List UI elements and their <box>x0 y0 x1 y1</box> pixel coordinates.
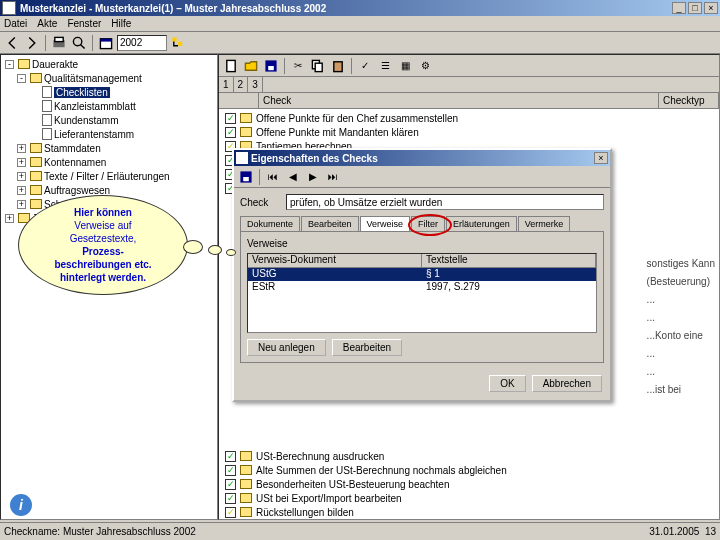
check-icon[interactable]: ✓ <box>356 57 374 75</box>
doc-icon <box>42 86 52 98</box>
check-row[interactable]: ✓USt bei Export/Import bearbeiten <box>219 491 719 505</box>
maximize-button[interactable]: □ <box>688 2 702 14</box>
new-icon[interactable] <box>222 57 240 75</box>
tree-item[interactable]: Kanzleistammblatt <box>3 99 215 113</box>
tree-label: Qualitätsmanagement <box>44 73 142 84</box>
tab-dokumente[interactable]: Dokumente <box>240 216 300 231</box>
expand-icon[interactable]: + <box>17 186 26 195</box>
ref-doc: UStG <box>248 268 422 281</box>
tree-item[interactable]: +Stammdaten <box>3 141 215 155</box>
tab-2[interactable]: 2 <box>234 77 249 92</box>
svg-rect-5 <box>172 37 176 41</box>
prev-icon[interactable]: ◀ <box>284 168 302 186</box>
dialog-icon <box>236 152 248 164</box>
grid-icon[interactable]: ▦ <box>396 57 414 75</box>
ok-button[interactable]: OK <box>489 375 525 392</box>
reference-row[interactable]: EStR1997, S.279 <box>248 281 596 294</box>
print-icon[interactable] <box>50 34 68 52</box>
col-type[interactable]: Checktyp <box>659 93 719 108</box>
reference-table[interactable]: Verweis-Dokument Textstelle UStG§ 1EStR1… <box>247 253 597 333</box>
check-label: USt bei Export/Import bearbeiten <box>256 493 402 504</box>
close-button[interactable]: × <box>704 2 718 14</box>
cut-icon[interactable]: ✂ <box>289 57 307 75</box>
new-reference-button[interactable]: Neu anlegen <box>247 339 326 356</box>
preview-icon[interactable] <box>70 34 88 52</box>
expand-icon[interactable]: - <box>17 74 26 83</box>
tab-verweise[interactable]: Verweise <box>360 216 411 231</box>
svg-rect-14 <box>243 177 249 181</box>
checkbox-icon[interactable]: ✓ <box>225 113 236 124</box>
callout-l5: beschreibungen etc. <box>54 259 151 270</box>
back-icon[interactable] <box>3 34 21 52</box>
menu-datei[interactable]: Datei <box>4 18 27 29</box>
dialog-close-button[interactable]: × <box>594 152 608 164</box>
expand-icon[interactable]: - <box>5 60 14 69</box>
check-row[interactable]: ✓Steuerrückstellungen bilden <box>219 519 719 520</box>
next-icon[interactable]: ▶ <box>304 168 322 186</box>
check-row[interactable]: ✓Besonderheiten USt-Besteuerung beachten <box>219 477 719 491</box>
menu-akte[interactable]: Akte <box>37 18 57 29</box>
tree-item[interactable]: -Dauerakte <box>3 57 215 71</box>
check-input[interactable] <box>286 194 604 210</box>
tree-item[interactable]: +Texte / Filter / Erläuterungen <box>3 169 215 183</box>
check-label: USt-Berechnung ausdrucken <box>256 451 384 462</box>
partial-line: ... <box>647 345 715 363</box>
folder-icon <box>240 479 252 489</box>
tree-item[interactable]: Kundenstamm <box>3 113 215 127</box>
cancel-button[interactable]: Abbrechen <box>532 375 602 392</box>
expand-icon[interactable]: + <box>17 172 26 181</box>
paste-icon[interactable] <box>329 57 347 75</box>
partial-line: ...ist bei <box>647 381 715 399</box>
checkbox-icon[interactable]: ✓ <box>225 127 236 138</box>
tab-3[interactable]: 3 <box>248 77 263 92</box>
tree-item[interactable]: Checklisten <box>3 85 215 99</box>
check-row[interactable]: ✓Offene Punkte für den Chef zusammenstel… <box>219 111 719 125</box>
ref-head-a[interactable]: Verweis-Dokument <box>248 254 422 267</box>
config-icon[interactable]: ⚙ <box>416 57 434 75</box>
info-icon[interactable]: i <box>10 494 32 516</box>
check-row[interactable]: ✓Offene Punkte mit Mandanten klären <box>219 125 719 139</box>
folder-icon <box>30 171 42 181</box>
tab-1[interactable]: 1 <box>219 77 234 92</box>
col-check[interactable]: Check <box>259 93 659 108</box>
check-row[interactable]: ✓Rückstellungen bilden <box>219 505 719 519</box>
tab-filter[interactable]: Filter <box>411 216 445 231</box>
year-input[interactable]: 2002 <box>117 35 167 51</box>
dialog-save-icon[interactable] <box>237 168 255 186</box>
ref-doc: EStR <box>248 281 422 294</box>
checkbox-icon[interactable]: ✓ <box>225 479 236 490</box>
forward-icon[interactable] <box>23 34 41 52</box>
menu-fenster[interactable]: Fenster <box>67 18 101 29</box>
reference-row[interactable]: UStG§ 1 <box>248 268 596 281</box>
check-row[interactable]: ✓Alte Summen der USt-Berechnung nochmals… <box>219 463 719 477</box>
tree-item[interactable]: -Qualitätsmanagement <box>3 71 215 85</box>
first-icon[interactable]: ⏮ <box>264 168 282 186</box>
expand-icon[interactable]: + <box>17 158 26 167</box>
save-icon[interactable] <box>262 57 280 75</box>
check-row[interactable]: ✓USt-Berechnung ausdrucken <box>219 449 719 463</box>
tree-item[interactable]: Lieferantenstamm <box>3 127 215 141</box>
edit-reference-button[interactable]: Bearbeiten <box>332 339 402 356</box>
open-icon[interactable] <box>242 57 260 75</box>
dialog-titlebar[interactable]: Eigenschaften des Checks × <box>234 150 610 166</box>
menu-hilfe[interactable]: Hilfe <box>111 18 131 29</box>
tree-item[interactable]: +Kontennamen <box>3 155 215 169</box>
tree-icon[interactable] <box>169 34 187 52</box>
checkbox-icon[interactable]: ✓ <box>225 493 236 504</box>
ref-head-b[interactable]: Textstelle <box>422 254 596 267</box>
last-icon[interactable]: ⏭ <box>324 168 342 186</box>
checkbox-icon[interactable]: ✓ <box>225 507 236 518</box>
tab-bearbeiten[interactable]: Bearbeiten <box>301 216 359 231</box>
checkbox-icon[interactable]: ✓ <box>225 451 236 462</box>
checkbox-icon[interactable]: ✓ <box>225 465 236 476</box>
copy-icon[interactable] <box>309 57 327 75</box>
minimize-button[interactable]: _ <box>672 2 686 14</box>
check-label: Check <box>240 197 280 208</box>
status-left: Checkname: Muster Jahresabschluss 2002 <box>4 526 196 537</box>
tab-erlaeuterungen[interactable]: Erläuterungen <box>446 216 517 231</box>
list-icon[interactable]: ☰ <box>376 57 394 75</box>
tab-vermerke[interactable]: Vermerke <box>518 216 571 231</box>
expand-icon[interactable]: + <box>17 144 26 153</box>
expand-icon[interactable]: + <box>5 214 14 223</box>
calendar-icon[interactable] <box>97 34 115 52</box>
